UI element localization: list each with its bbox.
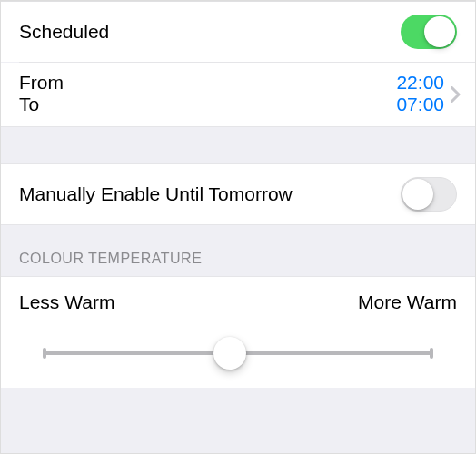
chevron-right-icon: [451, 86, 461, 103]
colour-temperature-header: COLOUR TEMPERATURE: [1, 224, 475, 277]
toggle-knob: [424, 16, 455, 47]
scheduled-toggle[interactable]: [401, 15, 457, 49]
colour-temperature-slider[interactable]: [45, 335, 431, 371]
toggle-knob: [402, 179, 433, 210]
scheduled-label: Scheduled: [19, 21, 401, 43]
slider-thumb[interactable]: [213, 337, 246, 370]
schedule-row[interactable]: From To 22:00 07:00: [1, 63, 475, 126]
schedule-from-value: 22:00: [396, 72, 444, 94]
manual-enable-toggle[interactable]: [401, 177, 457, 212]
less-warm-label: Less Warm: [19, 291, 114, 313]
manual-enable-row: Manually Enable Until Tomorrow: [1, 164, 475, 224]
schedule-to-value: 07:00: [396, 94, 444, 115]
schedule-to-label: To: [19, 94, 396, 115]
manual-enable-label: Manually Enable Until Tomorrow: [19, 183, 401, 205]
more-warm-label: More Warm: [358, 291, 457, 313]
colour-temperature-cell: Less Warm More Warm: [1, 277, 475, 388]
slider-tick-right: [430, 348, 433, 359]
slider-tick-left: [43, 348, 46, 359]
scheduled-row: Scheduled: [1, 2, 475, 62]
schedule-from-label: From: [19, 72, 396, 94]
